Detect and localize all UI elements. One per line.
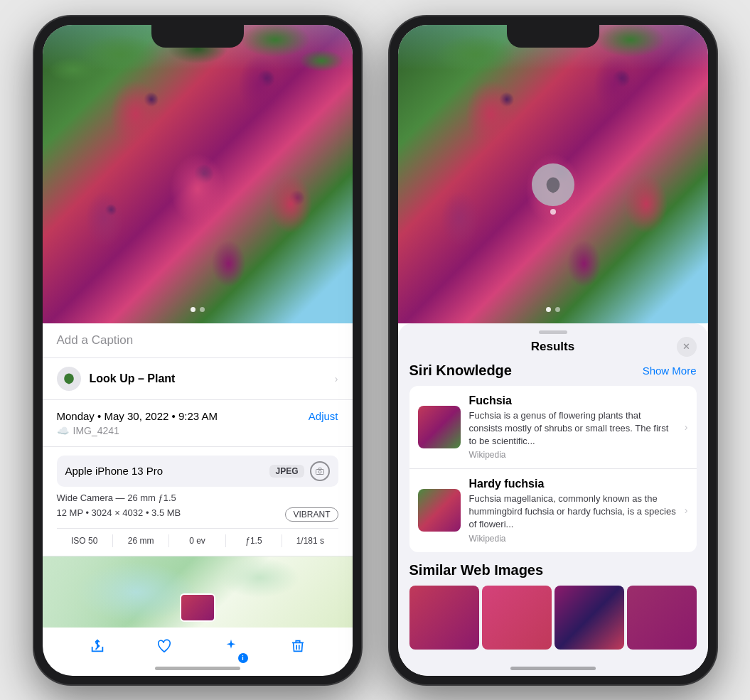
- right-phone: Results ✕ Siri Knowledge Show More: [390, 16, 717, 684]
- results-title: Results: [531, 340, 574, 354]
- info-button[interactable]: i: [215, 630, 247, 662]
- camera-model: Apple iPhone 13 Pro: [65, 465, 164, 477]
- adjust-button[interactable]: Adjust: [309, 410, 338, 422]
- caption-placeholder[interactable]: Add a Caption: [57, 333, 134, 347]
- fuchsia-chevron: ›: [685, 421, 688, 433]
- page-indicators-right: [546, 307, 560, 312]
- date-text: Monday • May 30, 2022 • 9:23 AM: [57, 410, 218, 422]
- svg-point-1: [318, 470, 321, 473]
- similar-images-grid: [409, 586, 697, 650]
- date-row: Monday • May 30, 2022 • 9:23 AM Adjust: [57, 410, 338, 422]
- date-info-section: Monday • May 30, 2022 • 9:23 AM Adjust ☁…: [43, 400, 353, 447]
- heart-button[interactable]: [149, 630, 180, 662]
- share-button[interactable]: [82, 630, 113, 662]
- exif-focal: 26 mm: [113, 534, 169, 547]
- left-screen: Add a Caption Look Up – Plant › Monday •…: [43, 25, 353, 676]
- bottom-toolbar: i: [43, 630, 353, 662]
- hardy-description: Fuchsia magellanica, commonly known as t…: [469, 492, 676, 532]
- trash-icon: [290, 638, 306, 654]
- camera-section: Apple iPhone 13 Pro JPEG Wide C: [43, 447, 353, 556]
- hardy-info: Hardy fuchsia Fuchsia magellanica, commo…: [469, 478, 676, 544]
- exif-row: ISO 50 26 mm 0 ev ƒ1.5 1/181 s: [57, 528, 338, 547]
- close-button[interactable]: ✕: [677, 337, 697, 357]
- hardy-thumbnail: [418, 489, 461, 532]
- exif-ev: 0 ev: [169, 534, 225, 547]
- hardy-source: Wikipedia: [469, 534, 676, 544]
- map-thumbnail[interactable]: [43, 556, 353, 628]
- page-indicators: [191, 307, 205, 312]
- flower-photo-right[interactable]: [398, 25, 708, 323]
- fuchsia-source: Wikipedia: [469, 450, 676, 460]
- home-indicator: [155, 667, 240, 670]
- siri-leaf-icon: [543, 175, 563, 195]
- hardy-name: Hardy fuchsia: [469, 478, 676, 490]
- leaf-icon: [63, 372, 75, 385]
- phone-pair: Add a Caption Look Up – Plant › Monday •…: [34, 16, 717, 684]
- flower-photo-left[interactable]: [43, 25, 353, 323]
- camera-specs: Wide Camera — 26 mm ƒ1.5: [57, 492, 338, 503]
- similar-img-4[interactable]: [627, 586, 697, 650]
- similar-img-3[interactable]: [555, 586, 624, 650]
- home-indicator-right: [510, 667, 596, 670]
- dot-r1: [546, 307, 551, 312]
- heart-icon: [156, 638, 172, 654]
- info-badge: i: [238, 653, 248, 663]
- results-content: Siri Knowledge Show More Fuchsia Fuchsia…: [398, 362, 708, 676]
- results-panel: Results ✕ Siri Knowledge Show More: [398, 323, 708, 676]
- right-screen: Results ✕ Siri Knowledge Show More: [398, 25, 708, 676]
- siri-knowledge-header: Siri Knowledge Show More: [409, 362, 697, 379]
- filename: IMG_4241: [73, 425, 119, 436]
- exif-aperture: ƒ1.5: [226, 534, 282, 547]
- mp-row: 12 MP • 3024 × 4032 • 3.5 MB VIBRANT: [57, 507, 338, 522]
- siri-dot: [550, 209, 556, 215]
- fuchsia-item[interactable]: Fuchsia Fuchsia is a genus of flowering …: [409, 386, 697, 470]
- cloud-icon: ☁️: [57, 425, 69, 436]
- similar-section: Similar Web Images: [409, 562, 697, 650]
- knowledge-card: Fuchsia Fuchsia is a genus of flowering …: [409, 386, 697, 552]
- caption-area[interactable]: Add a Caption: [43, 323, 353, 358]
- share-icon: [90, 638, 105, 654]
- trash-button[interactable]: [282, 630, 314, 662]
- filename-row: ☁️ IMG_4241: [57, 425, 338, 436]
- dot-1: [191, 307, 195, 312]
- specs-line1: Wide Camera — 26 mm ƒ1.5: [57, 492, 176, 503]
- lookup-row[interactable]: Look Up – Plant ›: [43, 358, 353, 400]
- exif-shutter: 1/181 s: [282, 534, 338, 547]
- siri-button[interactable]: [532, 163, 574, 206]
- lookup-label: Look Up – Plant: [90, 372, 176, 385]
- hardy-fuchsia-item[interactable]: Hardy fuchsia Fuchsia magellanica, commo…: [409, 469, 697, 552]
- lookup-bold: Look Up: [90, 372, 135, 384]
- badges: JPEG: [269, 461, 329, 481]
- similar-img-2[interactable]: [482, 586, 552, 650]
- notch-right: [507, 25, 599, 48]
- camera-icon[interactable]: [310, 461, 330, 481]
- camera-model-row: Apple iPhone 13 Pro JPEG: [57, 456, 338, 487]
- fuchsia-description: Fuchsia is a genus of flowering plants t…: [469, 409, 676, 448]
- fuchsia-info: Fuchsia Fuchsia is a genus of flowering …: [469, 394, 676, 461]
- show-more-button[interactable]: Show More: [643, 365, 697, 377]
- similar-img-1[interactable]: [409, 586, 479, 650]
- results-header: Results ✕: [398, 340, 708, 362]
- camera-svg: [316, 468, 324, 475]
- fuchsia-name: Fuchsia: [469, 394, 676, 407]
- mp-specs: 12 MP • 3024 × 4032 • 3.5 MB: [57, 507, 181, 518]
- left-phone: Add a Caption Look Up – Plant › Monday •…: [34, 16, 361, 684]
- hardy-chevron: ›: [685, 505, 688, 516]
- lookup-chevron: ›: [335, 373, 338, 384]
- siri-knowledge-title: Siri Knowledge: [409, 362, 512, 379]
- photo-strip: [180, 593, 215, 622]
- vibrant-badge: VIBRANT: [285, 507, 338, 522]
- notch: [151, 25, 244, 48]
- dot-r2: [555, 307, 560, 312]
- similar-title: Similar Web Images: [409, 562, 697, 578]
- lookup-icon: [57, 367, 81, 391]
- fuchsia-thumbnail: [418, 406, 461, 448]
- lookup-rest: – Plant: [135, 372, 176, 384]
- jpeg-badge: JPEG: [269, 465, 304, 478]
- dot-2: [200, 307, 205, 312]
- sparkle-icon: [223, 638, 239, 654]
- panel-handle: [539, 330, 567, 334]
- exif-iso: ISO 50: [57, 534, 113, 547]
- svg-rect-2: [318, 468, 321, 469]
- close-icon: ✕: [682, 341, 690, 352]
